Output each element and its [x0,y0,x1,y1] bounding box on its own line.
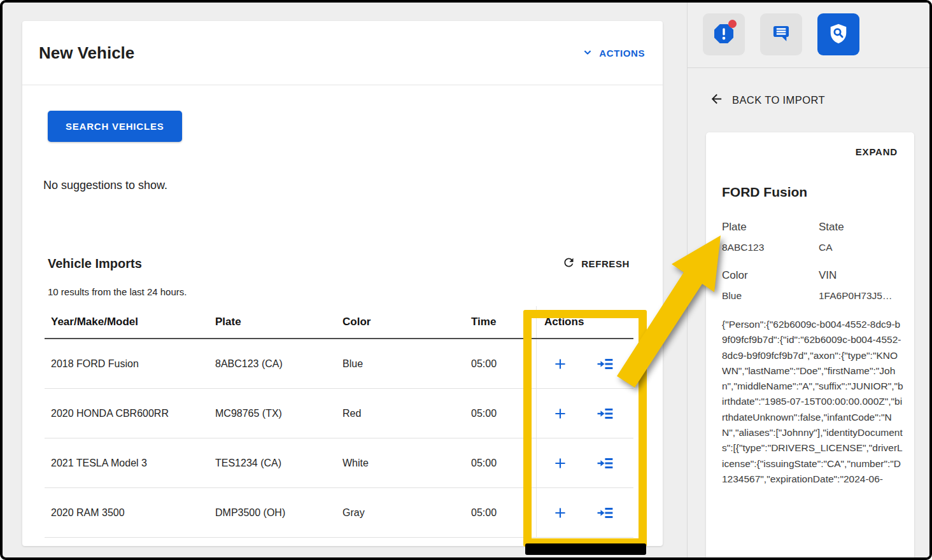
field-value: 1FA6P0H73J5… [819,290,898,302]
cell-plate: MC98765 (TX) [209,408,336,419]
page-title: New Vehicle [39,43,134,63]
panel-body: SEARCH VEHICLES No suggestions to show. … [22,85,663,538]
field-label: Color [722,269,819,282]
search-vehicles-button[interactable]: SEARCH VEHICLES [48,111,182,142]
chat-icon [770,23,792,46]
table-row: 2020 HONDA CBR600RR MC98765 (TX) Red 05:… [45,389,633,438]
messages-button[interactable] [760,13,802,55]
vehicle-detail-card: EXPAND FORD Fusion Plate 8ABC123 State C… [706,132,914,560]
back-to-import-label: BACK TO IMPORT [732,94,825,106]
import-vehicle-button[interactable] [597,405,614,422]
cell-time: 05:00 [465,458,536,469]
cell-actions [536,438,633,487]
vehicle-title: FORD Fusion [722,185,898,200]
refresh-label: REFRESH [581,258,630,269]
col-header-actions: Actions [536,306,633,338]
import-vehicle-button[interactable] [597,455,614,472]
no-suggestions-text: No suggestions to show. [43,179,637,192]
expand-button[interactable]: EXPAND [856,146,898,157]
back-to-import-button[interactable]: BACK TO IMPORT [709,92,929,109]
cell-color: Blue [336,358,465,370]
raw-json-text: {"Person":{"62b6009c-b004-4552-8dc9-b9f0… [722,317,903,487]
cell-time: 05:00 [465,507,536,519]
cell-actions [536,339,633,388]
cell-plate: TES1234 (CA) [209,458,336,469]
add-vehicle-button[interactable] [552,356,568,372]
sidebar-icon-row [688,3,929,68]
cell-year-make-model: 2021 TESLA Model 3 [45,458,209,469]
table-row: 2021 TESLA Model 3 TES1234 (CA) White 05… [45,438,633,488]
app-window: New Vehicle ACTIONS SEARCH VEHICLES No s… [0,0,932,560]
field-plate: Plate 8ABC123 [722,221,819,253]
col-header-year-make-model: Year/Make/Model [45,316,209,328]
cell-actions [536,389,633,438]
cell-plate: 8ABC123 (CA) [209,358,336,370]
actions-menu-label: ACTIONS [599,48,645,59]
chevron-down-icon [581,46,594,60]
results-summary: 10 results from the last 24 hours. [48,286,637,297]
vehicle-imports-table: Year/Make/Model Plate Color Time Actions… [45,306,633,538]
field-value: 8ABC123 [722,242,819,253]
cell-year-make-model: 2020 RAM 3500 [45,507,209,519]
cell-color: Red [336,408,465,419]
cell-year-make-model: 2018 FORD Fusion [45,358,209,370]
import-vehicle-button[interactable] [597,505,614,521]
new-vehicle-panel: New Vehicle ACTIONS SEARCH VEHICLES No s… [22,21,663,546]
field-color: Color Blue [722,269,819,302]
cell-year-make-model: 2020 HONDA CBR600RR [45,408,209,419]
col-header-time: Time [465,316,536,328]
refresh-icon [562,256,575,271]
field-state: State CA [819,221,898,253]
cell-color: White [336,458,465,469]
actions-menu-button[interactable]: ACTIONS [581,46,645,60]
shield-search-icon [827,22,850,47]
add-vehicle-button[interactable] [552,455,568,472]
vehicle-imports-title: Vehicle Imports [48,256,142,271]
field-label: State [819,221,898,234]
vehicle-imports-header: Vehicle Imports REFRESH [48,256,637,271]
field-value: Blue [722,290,819,302]
table-header-row: Year/Make/Model Plate Color Time Actions [45,306,633,339]
notification-badge [728,20,737,28]
field-value: CA [819,242,898,253]
panel-header: New Vehicle ACTIONS [22,21,663,85]
add-vehicle-button[interactable] [552,405,568,422]
right-sidebar: BACK TO IMPORT EXPAND FORD Fusion Plate … [687,3,929,557]
cell-time: 05:00 [465,408,536,419]
vehicle-search-button[interactable] [817,13,859,55]
cell-actions [536,488,633,537]
alerts-button[interactable] [703,13,745,55]
cell-time: 05:00 [465,358,536,370]
add-vehicle-button[interactable] [552,505,568,521]
refresh-button[interactable]: REFRESH [562,256,630,271]
cell-plate: DMP3500 (OH) [209,507,336,519]
cell-color: Gray [336,507,465,519]
field-label: VIN [819,269,898,282]
vehicle-fields: Plate 8ABC123 State CA Color Blue VIN 1F… [722,221,898,302]
field-vin: VIN 1FA6P0H73J5… [819,269,898,302]
table-row: 2018 FORD Fusion 8ABC123 (CA) Blue 05:00 [45,339,633,389]
col-header-plate: Plate [209,316,336,328]
table-row: 2020 RAM 3500 DMP3500 (OH) Gray 05:00 [45,488,633,538]
col-header-color: Color [336,316,465,328]
field-label: Plate [722,221,819,234]
arrow-left-icon [709,92,724,109]
import-vehicle-button[interactable] [597,356,614,372]
